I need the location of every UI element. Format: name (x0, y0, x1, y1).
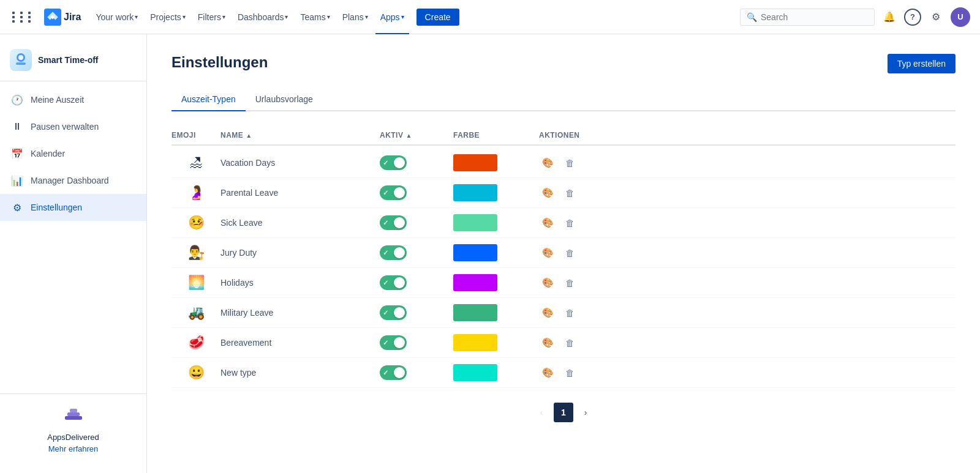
toggle-cell: ✓ (380, 275, 453, 290)
color-swatch (453, 154, 497, 171)
emoji-cell: 🤒 (172, 215, 221, 231)
edit-color-icon[interactable]: 🎨 (539, 214, 556, 231)
nav-teams[interactable]: Teams ▾ (295, 0, 334, 34)
nav-dashboards[interactable]: Dashboards ▾ (233, 0, 293, 34)
active-toggle[interactable]: ✓ (380, 305, 407, 320)
table-rows: 🏖 Vacation Days ✓ 🎨 🗑 🤰 Parental Leave ✓ (172, 148, 956, 388)
toggle-cell: ✓ (380, 155, 453, 170)
jira-logo-text: Jira (64, 12, 81, 23)
color-cell (453, 244, 539, 261)
topnav-right: 🔍 🔔 ? ⚙ U (740, 7, 970, 27)
active-toggle[interactable]: ✓ (380, 335, 407, 350)
toggle-cell: ✓ (380, 365, 453, 380)
edit-color-icon[interactable]: 🎨 (539, 154, 556, 171)
color-swatch (453, 364, 497, 381)
chevron-icon: ▾ (365, 13, 368, 20)
create-type-button[interactable]: Typ erstellen (888, 54, 956, 73)
emoji-cell: 😀 (172, 365, 221, 381)
active-toggle[interactable]: ✓ (380, 155, 407, 170)
active-toggle[interactable]: ✓ (380, 185, 407, 200)
name-cell: Bereavement (221, 338, 380, 348)
tab-urlaubsvorlage[interactable]: Urlaubsvorlage (246, 88, 323, 111)
color-swatch (453, 214, 497, 231)
toggle-knob (394, 247, 405, 258)
nav-filters[interactable]: Filters ▾ (193, 0, 230, 34)
toggle-cell: ✓ (380, 215, 453, 230)
actions-cell: 🎨 🗑 (539, 304, 612, 321)
help-icon[interactable]: ? (904, 9, 921, 26)
next-page-button[interactable]: › (576, 403, 595, 422)
active-toggle[interactable]: ✓ (380, 245, 407, 260)
sidebar-app-title: Smart Time-off (38, 55, 99, 65)
footer-learn-more-link[interactable]: Mehr erfahren (48, 444, 99, 453)
active-toggle[interactable]: ✓ (380, 215, 407, 230)
color-swatch (453, 304, 497, 321)
name-cell: Vacation Days (221, 158, 380, 168)
delete-icon[interactable]: 🗑 (561, 154, 578, 171)
sidebar-item-pausen-verwalten[interactable]: ⏸ Pausen verwalten (0, 113, 146, 140)
color-cell (453, 184, 539, 201)
edit-color-icon[interactable]: 🎨 (539, 364, 556, 381)
actions-cell: 🎨 🗑 (539, 274, 612, 291)
col-aktiv[interactable]: Aktiv ▲ (380, 131, 453, 140)
color-cell (453, 154, 539, 171)
col-aktionen: Aktionen (539, 131, 612, 140)
apps-grid-icon[interactable] (10, 9, 37, 25)
delete-icon[interactable]: 🗑 (561, 334, 578, 351)
sidebar-item-kalender[interactable]: 📅 Kalender (0, 140, 146, 167)
chevron-icon: ▾ (183, 13, 186, 20)
chevron-icon: ▾ (285, 13, 288, 20)
check-icon: ✓ (383, 339, 388, 347)
user-avatar[interactable]: U (951, 7, 970, 27)
sidebar-item-manager-dashboard[interactable]: 📊 Manager Dashboard (0, 167, 146, 194)
search-icon: 🔍 (747, 12, 757, 22)
delete-icon[interactable]: 🗑 (561, 304, 578, 321)
active-toggle[interactable]: ✓ (380, 275, 407, 290)
svg-rect-4 (65, 416, 82, 420)
edit-color-icon[interactable]: 🎨 (539, 184, 556, 201)
edit-color-icon[interactable]: 🎨 (539, 304, 556, 321)
check-icon: ✓ (383, 279, 388, 287)
jira-logo[interactable]: Jira (44, 9, 81, 26)
nav-your-work[interactable]: Your work ▾ (91, 0, 143, 34)
search-input[interactable] (761, 12, 868, 22)
create-button[interactable]: Create (417, 9, 459, 26)
active-toggle[interactable]: ✓ (380, 365, 407, 380)
sidebar-footer: AppsDelivered Mehr erfahren (0, 393, 146, 463)
delete-icon[interactable]: 🗑 (561, 184, 578, 201)
table-row: 👨‍⚖️ Jury Duty ✓ 🎨 🗑 (172, 238, 956, 268)
chevron-icon: ▾ (135, 13, 138, 20)
delete-icon[interactable]: 🗑 (561, 364, 578, 381)
nav-plans[interactable]: Plans ▾ (337, 0, 373, 34)
sidebar-item-meine-auszeit[interactable]: 🕐 Meine Auszeit (0, 86, 146, 113)
toggle-cell: ✓ (380, 185, 453, 200)
col-name[interactable]: Name ▲ (221, 131, 380, 140)
emoji-cell: 🌅 (172, 275, 221, 291)
chevron-icon: ▾ (401, 13, 404, 20)
settings-icon[interactable]: ⚙ (926, 7, 946, 27)
notifications-icon[interactable]: 🔔 (880, 7, 899, 27)
color-swatch (453, 184, 497, 201)
edit-color-icon[interactable]: 🎨 (539, 334, 556, 351)
edit-color-icon[interactable]: 🎨 (539, 244, 556, 261)
table-row: 🏖 Vacation Days ✓ 🎨 🗑 (172, 148, 956, 178)
main-content: Einstellungen Typ erstellen Auszeit-Type… (147, 34, 980, 473)
page-1-button[interactable]: 1 (554, 403, 573, 422)
table-row: 🌅 Holidays ✓ 🎨 🗑 (172, 268, 956, 298)
nav-apps[interactable]: Apps ▾ (375, 0, 409, 34)
prev-page-button[interactable]: ‹ (532, 403, 551, 422)
app-logo (10, 49, 32, 71)
tab-auszeit-typen[interactable]: Auszeit-Typen (172, 88, 246, 111)
edit-color-icon[interactable]: 🎨 (539, 274, 556, 291)
delete-icon[interactable]: 🗑 (561, 214, 578, 231)
page-header: Einstellungen Typ erstellen (172, 54, 956, 73)
col-emoji: Emoji (172, 131, 221, 140)
pausen-icon: ⏸ (10, 119, 24, 134)
search-box[interactable]: 🔍 (740, 9, 875, 26)
delete-icon[interactable]: 🗑 (561, 274, 578, 291)
actions-cell: 🎨 🗑 (539, 154, 612, 171)
sidebar-item-einstellungen[interactable]: ⚙ Einstellungen (0, 194, 146, 221)
nav-projects[interactable]: Projects ▾ (145, 0, 190, 34)
color-cell (453, 334, 539, 351)
delete-icon[interactable]: 🗑 (561, 244, 578, 261)
